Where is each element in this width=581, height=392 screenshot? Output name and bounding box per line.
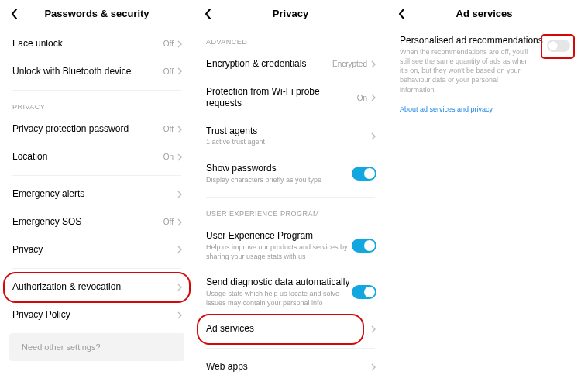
- label: Unlock with Bluetooth device: [12, 66, 163, 78]
- label: Show passwords: [206, 163, 352, 175]
- header: Privacy: [194, 0, 387, 30]
- label: Face unlock: [12, 38, 163, 50]
- label: Encryption & credentials: [206, 58, 332, 70]
- label: Privacy: [12, 244, 177, 256]
- chevron-right-icon: [177, 153, 183, 162]
- highlight-ring: [541, 34, 575, 59]
- row-send-diagnostic[interactable]: Send diagnostic data automatically Usage…: [194, 269, 387, 315]
- chevron-right-icon: [370, 132, 376, 141]
- row-user-experience-program[interactable]: User Experience Program Help us improve …: [194, 222, 387, 269]
- label: Location: [12, 151, 163, 163]
- panel-ad-services: Ad services Personalised ad recommendati…: [387, 0, 581, 392]
- chevron-right-icon: [177, 245, 183, 254]
- divider: [206, 348, 375, 349]
- panel-passwords-security: Passwords & security Face unlock Off Unl…: [0, 0, 194, 392]
- chevron-right-icon: [177, 311, 183, 320]
- row-emergency-sos[interactable]: Emergency SOS Off: [0, 208, 194, 236]
- page-title: Ad services: [397, 8, 572, 19]
- page-title: Passwords & security: [9, 8, 184, 19]
- label: Privacy protection password: [12, 123, 163, 136]
- value: On: [163, 153, 174, 161]
- sublabel: 1 active trust agent: [206, 138, 370, 147]
- label: Authorization & revocation: [12, 281, 177, 294]
- sublabel: Help us improve our products and service…: [206, 243, 352, 261]
- value: Off: [163, 40, 174, 48]
- value: Off: [163, 125, 174, 133]
- section-header-privacy: PRIVACY: [0, 95, 194, 115]
- panel-privacy: Privacy ADVANCED Encryption & credential…: [194, 0, 387, 392]
- chevron-right-icon: [370, 363, 376, 372]
- footer-search[interactable]: Need other settings?: [9, 333, 184, 361]
- divider: [206, 197, 375, 198]
- row-location[interactable]: Location On: [0, 143, 194, 171]
- chevron-right-icon: [177, 40, 183, 49]
- section-header-advanced: ADVANCED: [194, 30, 387, 50]
- sublabel: Usage stats which help us locate and sol…: [206, 290, 352, 308]
- row-emergency-alerts[interactable]: Emergency alerts: [0, 181, 194, 208]
- label: Ad services: [206, 323, 370, 335]
- chevron-right-icon: [177, 283, 183, 292]
- row-bluetooth-unlock[interactable]: Unlock with Bluetooth device Off: [0, 58, 194, 86]
- value: On: [357, 94, 367, 102]
- chevron-right-icon: [370, 93, 376, 102]
- divider: [12, 268, 181, 269]
- label: Emergency SOS: [12, 216, 163, 229]
- page-title: Privacy: [203, 8, 378, 19]
- row-privacy-policy[interactable]: Privacy Policy: [0, 301, 194, 329]
- label: Privacy Policy: [12, 309, 177, 322]
- header: Passwords & security: [0, 0, 194, 30]
- link-about-ad-services[interactable]: About ad services and privacy: [387, 95, 505, 113]
- toggle-show-passwords[interactable]: [352, 167, 376, 181]
- section-header-uep: USER EXPERIENCE PROGRAM: [194, 202, 387, 222]
- row-privacy-protection-password[interactable]: Privacy protection password Off: [0, 115, 194, 143]
- chevron-right-icon: [370, 325, 376, 334]
- chevron-right-icon: [370, 60, 376, 69]
- row-authorization-revocation[interactable]: Authorization & revocation: [0, 273, 194, 301]
- row-show-passwords[interactable]: Show passwords Display characters briefl…: [194, 155, 387, 192]
- header: Ad services: [387, 0, 581, 30]
- divider: [12, 175, 181, 176]
- row-ad-services[interactable]: Ad services: [194, 315, 387, 343]
- row-trust-agents[interactable]: Trust agents 1 active trust agent: [194, 118, 387, 155]
- label: Emergency alerts: [12, 188, 177, 201]
- label: Send diagnostic data automatically: [206, 277, 352, 289]
- sublabel: Display characters briefly as you type: [206, 176, 352, 185]
- chevron-right-icon: [177, 218, 183, 227]
- toggle-diagnostic[interactable]: [352, 285, 376, 299]
- row-face-unlock[interactable]: Face unlock Off: [0, 30, 194, 58]
- chevron-right-icon: [177, 190, 183, 199]
- label: Protection from Wi-Fi probe requests: [206, 86, 357, 110]
- divider: [12, 90, 181, 91]
- row-web-apps[interactable]: Web apps: [194, 353, 387, 381]
- label: Web apps: [206, 361, 370, 373]
- row-privacy[interactable]: Privacy: [0, 236, 194, 264]
- row-wifi-probe[interactable]: Protection from Wi-Fi probe requests On: [194, 78, 387, 118]
- row-encryption-credentials[interactable]: Encryption & credentials Encrypted: [194, 50, 387, 78]
- label: Trust agents: [206, 126, 370, 138]
- label: User Experience Program: [206, 230, 352, 242]
- chevron-right-icon: [177, 67, 183, 76]
- value: Off: [163, 218, 174, 226]
- value: Off: [163, 67, 174, 76]
- value: Encrypted: [332, 60, 367, 68]
- toggle-uep[interactable]: [352, 239, 376, 253]
- chevron-right-icon: [177, 125, 183, 134]
